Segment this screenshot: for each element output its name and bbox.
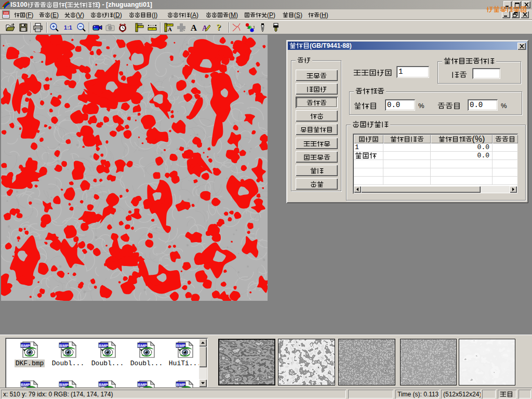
svg-text:BMP: BMP bbox=[59, 382, 69, 387]
svg-text:1:1: 1:1 bbox=[64, 24, 72, 31]
svg-text:BMP: BMP bbox=[176, 343, 185, 348]
svg-text:DOC: DOC bbox=[3, 11, 9, 15]
svg-text:BMP: BMP bbox=[21, 343, 30, 348]
svg-text:BMP: BMP bbox=[99, 382, 108, 387]
svg-text:1: 1 bbox=[247, 25, 249, 29]
svg-text:BMP: BMP bbox=[138, 343, 147, 348]
svg-text:A: A bbox=[168, 26, 172, 32]
svg-text:BMP: BMP bbox=[138, 382, 147, 387]
svg-text:3: 3 bbox=[253, 25, 255, 29]
svg-text:A: A bbox=[191, 23, 197, 33]
svg-text:BMP: BMP bbox=[99, 343, 108, 348]
svg-text:?: ? bbox=[217, 22, 221, 32]
svg-text:BMP: BMP bbox=[21, 382, 30, 387]
svg-text:BMP: BMP bbox=[59, 343, 69, 348]
svg-text:BMP: BMP bbox=[176, 382, 185, 387]
svg-text:2: 2 bbox=[249, 26, 251, 30]
